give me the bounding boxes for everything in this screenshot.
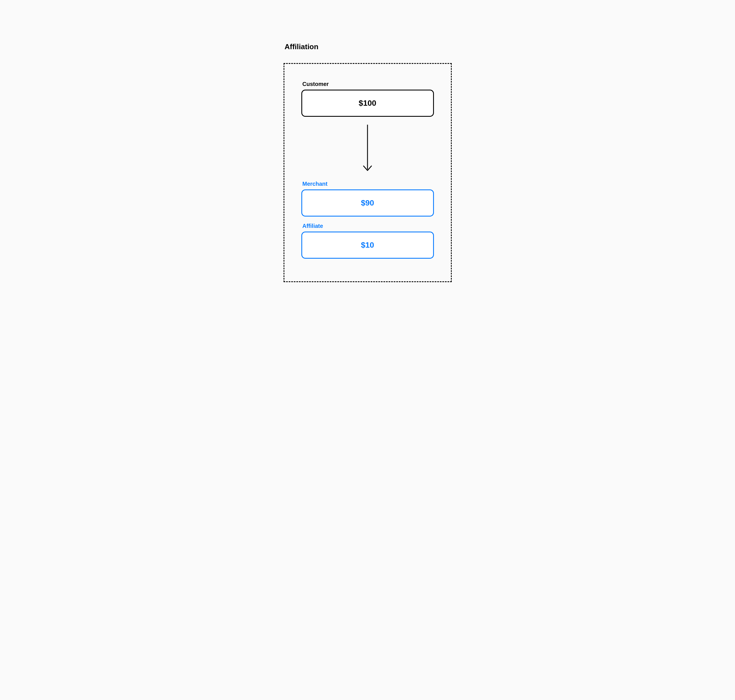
flow-arrow-wrapper xyxy=(301,117,434,181)
affiliate-amount-box: $10 xyxy=(301,232,434,259)
down-arrow-icon xyxy=(362,125,373,173)
merchant-amount: $90 xyxy=(361,199,374,207)
customer-label: Customer xyxy=(301,81,434,87)
merchant-label: Merchant xyxy=(301,181,434,187)
affiliation-container: Customer $100 Merchant $90 Affiliate $10 xyxy=(284,63,452,282)
affiliate-amount: $10 xyxy=(361,241,374,250)
diagram-canvas: Affiliation Customer $100 Merchant $90 A… xyxy=(215,11,520,689)
customer-amount: $100 xyxy=(359,99,376,108)
merchant-amount-box: $90 xyxy=(301,190,434,216)
customer-amount-box: $100 xyxy=(301,90,434,117)
diagram-title: Affiliation xyxy=(284,43,452,51)
affiliate-label: Affiliate xyxy=(301,223,434,229)
spacer xyxy=(301,216,434,223)
